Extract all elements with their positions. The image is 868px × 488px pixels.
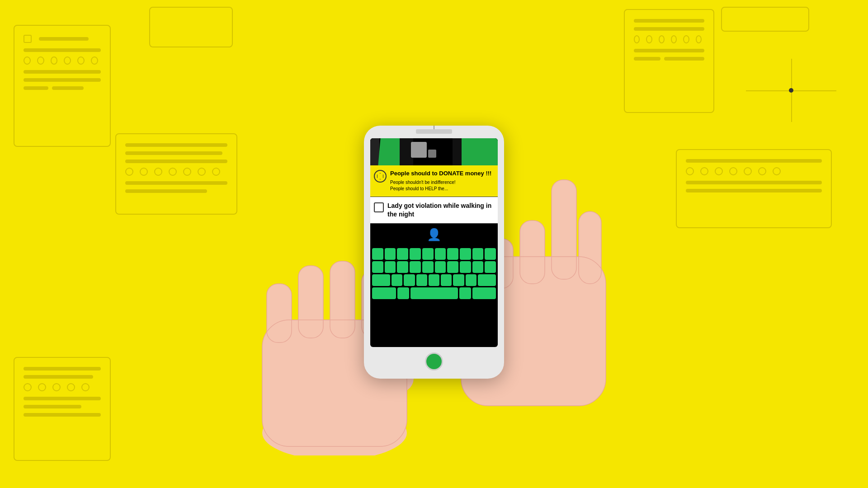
wireframe-line: [634, 27, 704, 31]
wireframe-circle: [67, 383, 75, 391]
key[interactable]: [397, 248, 408, 260]
wireframe-circle: [183, 168, 191, 176]
key-numbers[interactable]: [372, 287, 396, 299]
key[interactable]: [422, 261, 434, 273]
key[interactable]: [485, 261, 496, 273]
header-square: [411, 142, 427, 158]
key[interactable]: [460, 261, 471, 273]
wireframe-card-top-center: [149, 7, 233, 47]
wireframe-circle: [646, 35, 652, 43]
key[interactable]: [459, 287, 471, 299]
home-button[interactable]: [425, 352, 443, 371]
wireframe-line: [24, 367, 101, 371]
wireframe-circle: [37, 56, 44, 65]
post-donate-title: People should to DONATE money !!!: [390, 170, 493, 178]
wireframe-circle: [169, 168, 177, 176]
svg-rect-2: [267, 284, 292, 343]
key[interactable]: [397, 261, 408, 273]
wireframe-line: [125, 189, 207, 193]
wireframe-circle: [77, 56, 85, 65]
key[interactable]: [372, 261, 383, 273]
wireframe-circle: [125, 168, 133, 176]
header-stripe-dark2: [400, 138, 413, 165]
connector-bar: [416, 129, 452, 134]
key[interactable]: [466, 274, 476, 286]
person-icon: 👤: [427, 228, 441, 242]
key[interactable]: [447, 261, 458, 273]
connector-wire: [434, 126, 434, 129]
key[interactable]: [404, 274, 415, 286]
wireframe-card-right: [624, 9, 714, 113]
wireframe-circle: [671, 35, 677, 43]
post-icon-hexagon: [377, 173, 383, 179]
svg-rect-12: [461, 257, 606, 406]
wireframe-circle: [773, 167, 781, 175]
svg-rect-1: [262, 320, 407, 446]
svg-rect-7: [267, 284, 292, 343]
key[interactable]: [385, 248, 396, 260]
wireframe-circle: [212, 168, 220, 176]
wireframe-line: [24, 70, 101, 74]
key[interactable]: [441, 274, 452, 286]
svg-rect-16: [488, 239, 513, 288]
keyboard-row-3: [372, 274, 496, 286]
crosshair-widget: [746, 59, 836, 122]
wireframe-circle: [715, 167, 723, 175]
key-space[interactable]: [410, 287, 458, 299]
svg-rect-3: [298, 266, 323, 338]
key[interactable]: [447, 248, 458, 260]
wireframe-card-top-right: [721, 7, 809, 32]
wireframe-card-center-right: [676, 149, 832, 228]
key[interactable]: [435, 261, 446, 273]
key[interactable]: [416, 274, 427, 286]
phone-device: People should to DONATE money !!! People…: [364, 126, 504, 379]
wireframe-line: [686, 181, 822, 184]
key[interactable]: [453, 274, 464, 286]
wireframe-card-center-left: [115, 133, 237, 215]
key[interactable]: [429, 274, 439, 286]
wireframe-rect: [634, 57, 660, 61]
keyboard[interactable]: [370, 246, 498, 302]
key[interactable]: [410, 248, 421, 260]
right-hand: [439, 166, 628, 437]
wireframe-line: [24, 397, 101, 400]
wireframe-line: [24, 78, 101, 82]
key[interactable]: [422, 248, 434, 260]
key-backspace[interactable]: [478, 274, 496, 286]
post-donate[interactable]: People should to DONATE money !!! People…: [370, 165, 498, 197]
post-violation[interactable]: Lady got violation while walking in the …: [370, 197, 498, 224]
key[interactable]: [485, 248, 496, 260]
wireframe-card-top-left: [14, 25, 111, 147]
key[interactable]: [472, 261, 484, 273]
post-violation-checkbox[interactable]: [374, 202, 384, 212]
svg-point-17: [445, 286, 486, 318]
wireframe-line: [24, 48, 101, 52]
key[interactable]: [392, 274, 402, 286]
key[interactable]: [460, 248, 471, 260]
header-stripe-dark1: [370, 138, 379, 165]
camera-connector: [416, 126, 452, 134]
key[interactable]: [385, 261, 396, 273]
key[interactable]: [372, 248, 383, 260]
key-return[interactable]: [472, 287, 496, 299]
svg-rect-15: [520, 221, 545, 284]
key[interactable]: [435, 248, 446, 260]
header-square-small: [428, 150, 436, 158]
wireframe-line: [39, 37, 89, 41]
left-hand: [249, 230, 420, 455]
wireframe-line: [24, 405, 81, 408]
key[interactable]: [472, 248, 484, 260]
wireframe-circle: [659, 35, 665, 43]
wireframe-circle: [744, 167, 752, 175]
crosshair-handle[interactable]: [789, 88, 793, 93]
key[interactable]: [410, 261, 421, 273]
wireframe-line: [125, 160, 227, 163]
wireframe-line: [686, 189, 822, 192]
key[interactable]: [397, 287, 409, 299]
svg-rect-10: [362, 270, 384, 338]
svg-rect-18: [461, 257, 606, 406]
wireframe-circle: [38, 383, 46, 391]
svg-rect-9: [330, 261, 355, 338]
wireframe-line: [24, 375, 93, 379]
key-shift[interactable]: [372, 274, 390, 286]
